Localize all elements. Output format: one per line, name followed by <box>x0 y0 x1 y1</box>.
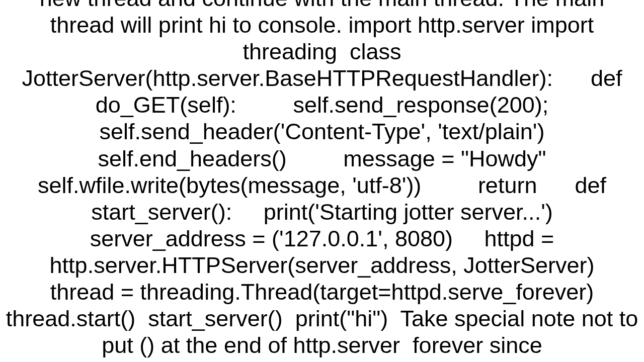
body-text: new thread and continue with the main th… <box>5 0 639 358</box>
document-page: new thread and continue with the main th… <box>0 0 644 362</box>
